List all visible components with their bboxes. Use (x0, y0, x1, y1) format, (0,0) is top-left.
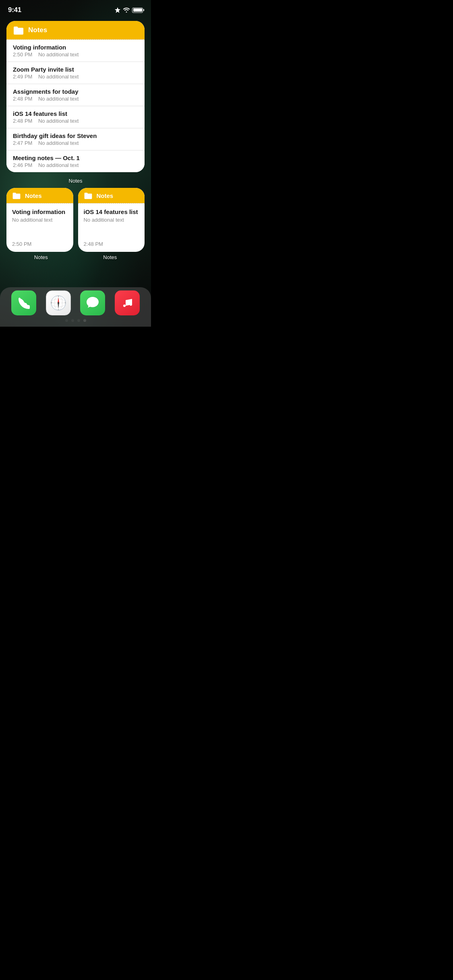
main-area: Notes Voting information 2:50 PM No addi… (0, 18, 151, 327)
note-time-1: 2:49 PM (13, 74, 32, 80)
note-meta-0: 2:50 PM No additional text (13, 51, 138, 58)
status-bar: 9:41 (0, 0, 151, 18)
note-item-2[interactable]: Assignments for today 2:48 PM No additio… (6, 84, 145, 106)
small-note-title-0: Voting information (12, 208, 68, 215)
status-time: 9:41 (8, 6, 21, 14)
dock-safari-icon[interactable]: N S E W (46, 290, 71, 315)
svg-point-8 (58, 302, 59, 304)
note-meta-3: 2:48 PM No additional text (13, 118, 138, 124)
large-widget-title: Notes (28, 26, 47, 34)
note-time-4: 2:47 PM (13, 140, 32, 146)
notes-list: Voting information 2:50 PM No additional… (6, 40, 145, 172)
note-meta-2: 2:48 PM No additional text (13, 96, 138, 102)
small-note-sub-1: No additional text (84, 217, 139, 223)
svg-point-14 (130, 303, 132, 306)
small-widget-0[interactable]: Notes Voting information No additional t… (6, 188, 73, 252)
note-preview-1: No additional text (38, 74, 79, 80)
note-title-2: Assignments for today (13, 88, 138, 95)
dock: N S E W (0, 287, 151, 327)
airplane-icon (114, 7, 121, 13)
small-widget-1[interactable]: Notes iOS 14 features list No additional… (78, 188, 145, 252)
small-note-time-0: 2:50 PM (12, 241, 68, 247)
large-widget-label: Notes (6, 178, 145, 184)
note-item-0[interactable]: Voting information 2:50 PM No additional… (6, 40, 145, 62)
note-meta-1: 2:49 PM No additional text (13, 74, 138, 80)
small-widget-title-1: Notes (97, 192, 114, 199)
small-note-sub-0: No additional text (12, 217, 68, 223)
note-item-3[interactable]: iOS 14 features list 2:48 PM No addition… (6, 106, 145, 128)
small-folder-icon-0 (12, 192, 21, 199)
small-note-time-1: 2:48 PM (84, 241, 139, 247)
note-title-5: Meeting notes — Oct. 1 (13, 154, 138, 161)
note-preview-5: No additional text (38, 162, 79, 168)
svg-text:N: N (58, 296, 59, 297)
note-preview-2: No additional text (38, 96, 79, 102)
svg-text:W: W (51, 302, 52, 304)
note-time-0: 2:50 PM (13, 51, 32, 58)
wifi-icon (123, 8, 130, 12)
svg-text:E: E (65, 302, 66, 304)
note-time-5: 2:46 PM (13, 162, 32, 168)
small-widget-labels: Notes Notes (6, 252, 145, 260)
small-widget-body-0: Voting information No additional text 2:… (6, 204, 73, 252)
small-folder-icon-1 (84, 192, 93, 199)
small-widget-header-1: Notes (78, 188, 145, 203)
note-time-3: 2:48 PM (13, 118, 32, 124)
note-item-4[interactable]: Birthday gift ideas for Steven 2:47 PM N… (6, 128, 145, 150)
note-title-3: iOS 14 features list (13, 110, 138, 117)
note-item-5[interactable]: Meeting notes — Oct. 1 2:46 PM No additi… (6, 150, 145, 172)
note-title-1: Zoom Party invite list (13, 66, 138, 73)
small-widget-body-1: iOS 14 features list No additional text … (78, 204, 145, 252)
small-widget-header-0: Notes (6, 188, 73, 203)
phone-icon (17, 296, 31, 310)
large-notes-widget[interactable]: Notes Voting information 2:50 PM No addi… (6, 21, 145, 172)
note-preview-3: No additional text (38, 118, 79, 124)
note-preview-4: No additional text (38, 140, 79, 146)
note-title-0: Voting information (13, 44, 138, 51)
dock-items: N S E W (6, 290, 145, 319)
small-note-title-1: iOS 14 features list (84, 208, 139, 215)
svg-text:S: S (58, 309, 59, 311)
note-meta-4: 2:47 PM No additional text (13, 140, 138, 146)
small-widgets-row: Notes Voting information No additional t… (6, 188, 145, 252)
note-meta-5: 2:46 PM No additional text (13, 162, 138, 168)
note-preview-0: No additional text (38, 51, 79, 58)
status-icons (114, 7, 143, 13)
small-widget-label-1: Notes (76, 254, 145, 260)
safari-icon: N S E W (50, 295, 66, 311)
small-widget-title-0: Notes (25, 192, 42, 199)
battery-icon (132, 8, 143, 13)
widget-header: Notes (6, 21, 145, 39)
note-title-4: Birthday gift ideas for Steven (13, 132, 138, 139)
small-widget-label-0: Notes (6, 254, 76, 260)
messages-icon (85, 296, 100, 310)
svg-point-13 (123, 305, 126, 307)
dock-music-icon[interactable] (115, 290, 140, 315)
dock-phone-icon[interactable] (11, 290, 36, 315)
note-item-1[interactable]: Zoom Party invite list 2:49 PM No additi… (6, 62, 145, 84)
notes-folder-icon (13, 26, 24, 35)
music-icon (120, 296, 134, 310)
dock-messages-icon[interactable] (80, 290, 105, 315)
note-time-2: 2:48 PM (13, 96, 32, 102)
